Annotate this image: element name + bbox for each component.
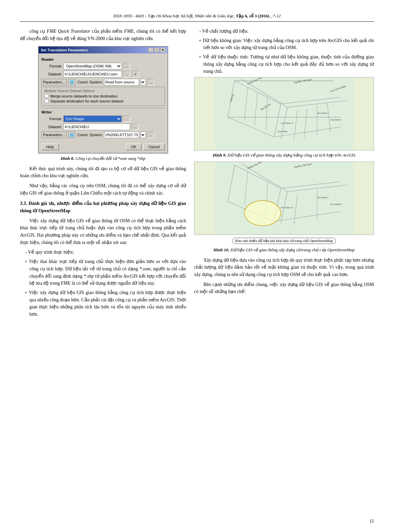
writer-format-select[interactable]: Esri Shape [63,115,122,122]
right-column: - Về chất lượng dữ liệu: + Dữ liệu không… [194,28,374,320]
fig10-caption-bold: Hình 10. [214,247,230,252]
dialog-body: Reader Format: OpenStreetMap (OSM) XML .… [39,53,167,142]
dialog-titlebar-buttons: _ □ ✕ [148,48,165,52]
map-fig9: Đường Dọc Hòa Nguyễn Tất Thành Trần Thị … [194,77,374,151]
fig10-caption-text: Dữ liệu GIS về giao thông xây dựng từ tr… [229,247,355,252]
fig9-caption-bold: Hình 9. [213,153,227,158]
para-evaluation-intro: Việc xây dựng dữ liệu GIS về giao thông … [20,217,186,246]
svg-text:Hoa Minh 4: Hoa Minh 4 [330,203,342,205]
help-button[interactable]: Help [41,144,59,150]
format-label: Format: [41,64,62,68]
svg-rect-29 [215,162,353,235]
map-fig10-svg: Đường Dọc Hòa Nguyễn Tất Thành Hoa Minh … [194,162,374,235]
dataset-browse-button[interactable]: ... [123,71,130,77]
format-select[interactable]: OpenStreetMap (OSM) XML [63,63,122,69]
map-note-wrap: Khu vực thiếu dữ liệu khi khai thác từ t… [194,236,374,245]
fig9-caption: Hình 9. Dữ liệu GIS về giao thông xây dự… [194,152,374,158]
set-translation-dialog: Set Translation Parameters _ □ ✕ Reader … [38,46,168,154]
coord-dropdown[interactable] [140,79,146,85]
coord-label: Coord. System: [77,80,103,84]
parameters-button[interactable]: Parameters... [41,79,67,85]
writer-coord-row: Parameters... 🌐 Coord. System: ... [41,131,165,138]
multiple-source-title: Multiple Source Dataset Options [44,89,162,93]
bullet-quality: - Về chất lượng dữ liệu: [194,28,374,35]
dataset-row: Dataset: ... + [41,71,165,77]
cancel-button[interactable]: Cancel [143,144,165,150]
para-conclusion2: Bên cạnh những ưu điểm chung, việc xây d… [194,281,374,295]
svg-text:Hoa Minh 3: Hoa Minh 3 [317,112,328,114]
dialog-titlebar: Set Translation Parameters _ □ ✕ [39,47,167,53]
radio-separate[interactable] [44,99,49,103]
maximize-button[interactable]: □ [154,48,159,52]
divider [41,108,165,108]
header-text: ISSN 1859 - 4603 - Tạp chí Khoa học Xã h… [113,13,235,18]
dataset-add-button[interactable]: + [132,71,139,77]
para-osm-tools: Như vậy, bằng các công cụ trên OSM, chún… [20,182,186,197]
writer-coord-input[interactable] [104,131,139,138]
page-number: 11 [370,519,374,524]
plus-attr-quality: + Về dữ liệu thuộc tính: Tương tự như dữ… [194,53,374,75]
dialog-title: Set Translation Parameters [41,48,88,52]
svg-text:Hoa Minh 14: Hoa Minh 14 [281,206,293,209]
reader-section-label: Reader [41,57,165,61]
svg-text:Hoa Minh 14: Hoa Minh 14 [281,122,293,124]
para-conclusion1: Xây dựng dữ liệu dựa vào công cụ tích hợ… [194,257,374,278]
writer-coord-browse-button[interactable]: ... [147,131,154,138]
coord-row: Parameters... 🌐 Coord. System: ... [41,79,165,85]
bullet-process: - Về quy trình thực hiện: [20,249,186,256]
footer-buttons: OK Cancel [126,144,165,150]
radio-separate-label: Separate destination for each source dat… [50,99,123,103]
plus-direct-extract: + Việc thai khác trực tiếp từ trang chủ … [20,258,186,287]
writer-format-label: Format: [41,117,62,121]
writer-dataset-browse-button[interactable]: ... [131,123,139,130]
radio-merge-row: Merge source datasets to one destination [44,94,162,98]
writer-format-browse-button[interactable]: ... [123,115,130,122]
writer-coord-dropdown[interactable] [140,131,146,138]
page: ISSN 1859 - 4603 - Tạp chí Khoa học Xã h… [0,0,394,532]
fig10-caption: Hình 10. Dữ liệu GIS về giao thông xây d… [194,247,374,253]
writer-section-label: Writer [41,110,165,114]
writer-dataset-label: Dataset: [41,125,62,129]
writer-coord-label: Coord. System: [77,133,103,137]
map-note-label: Khu vực thiếu dữ liệu khi khai thác từ t… [232,238,336,244]
dialog-wrapper: Set Translation Parameters _ □ ✕ Reader … [20,46,186,154]
svg-point-43 [244,201,281,226]
svg-text:Hoa Minh 4: Hoa Minh 4 [330,118,342,121]
dialog-footer: Help OK Cancel [39,142,167,153]
writer-earth-icon-button[interactable]: 🌐 [68,131,75,138]
journal-header: ISSN 1859 - 4603 - Tạp chí Khoa học Xã h… [20,13,374,22]
ok-button[interactable]: OK [126,144,141,150]
map-fig10: Đường Dọc Hòa Nguyễn Tất Thành Hoa Minh … [194,162,374,235]
plus-spatial-quality: + Dữ liệu không gian: Việc xây dựng bằng… [194,37,374,51]
writer-dataset-row: Dataset: ... [41,123,165,130]
header-pages: , 7-12 [271,13,281,18]
earth-icon-button[interactable]: 🌐 [68,79,75,85]
radio-merge-label: Merge source datasets to one destination [50,94,118,98]
minimize-button[interactable]: _ [148,48,153,52]
para-fme: công cụ FME Quick Translator của phần mề… [20,28,186,42]
para-result: Kết thúc quá trình này, chúng tôi đã tạo… [20,165,186,180]
dataset-input[interactable] [63,71,122,77]
format-browse-button[interactable]: ... [123,63,130,69]
radio-separate-row: Separate destination for each source dat… [44,99,162,103]
writer-format-row: Format: Esri Shape ... [41,115,165,122]
svg-text:Hoa Minh 3: Hoa Minh 3 [317,196,328,199]
svg-text:Chú Thính: Chú Thính [278,130,288,132]
fig9-caption-text: Dữ liệu GIS về giao thông xây dựng bằng … [227,153,355,158]
writer-parameters-button[interactable]: Parameters... [41,131,67,138]
coord-input[interactable] [104,79,139,85]
close-button[interactable]: ✕ [160,48,165,52]
header-bold: Tập 6, số 3 (2016) [236,13,270,18]
radio-merge[interactable] [44,94,49,98]
section-heading-33: 3.3. Đánh giá ưu, nhược điểm của hai phư… [20,200,186,214]
format-row: Format: OpenStreetMap (OSM) XML ... [41,63,165,69]
plus-integrated-tool: + Việc xây dựng dữ liệu GIS giao thông b… [20,289,186,318]
svg-rect-1 [215,77,353,150]
left-column: công cụ FME Quick Translator của phần mề… [20,28,186,320]
fig8-caption: Hình 8. Công cụ chuyển đổi từ *osm sang … [20,156,186,162]
coord-browse-button[interactable]: ... [147,79,154,85]
map-fig9-svg: Đường Dọc Hòa Nguyễn Tất Thành Trần Thị … [194,77,374,150]
dataset-label: Dataset: [41,72,62,76]
multiple-source-box: Multiple Source Dataset Options Merge so… [41,87,165,106]
writer-dataset-input[interactable] [63,123,130,130]
